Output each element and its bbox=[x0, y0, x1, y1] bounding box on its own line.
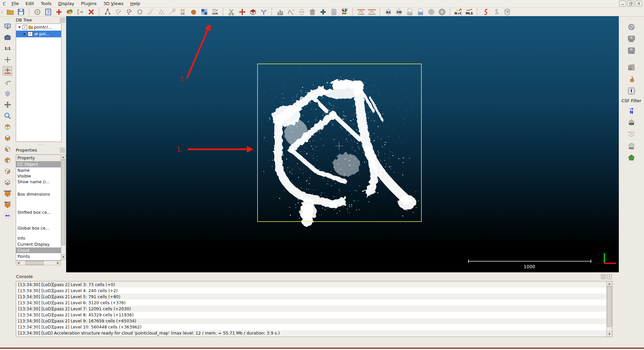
point-pair-align-icon[interactable] bbox=[125, 8, 133, 16]
export-csv-icon[interactable]: CSV bbox=[417, 8, 425, 16]
hpr-plugin-icon[interactable]: HPR bbox=[627, 118, 636, 127]
clipping-box-icon[interactable] bbox=[249, 8, 257, 16]
edl-filter-icon[interactable]: EDL bbox=[627, 34, 636, 43]
interpolate-colors-icon[interactable] bbox=[200, 8, 209, 16]
zoom-1-1-icon[interactable]: 1:1 bbox=[3, 44, 12, 53]
3d-viewport[interactable]: 1.2.1000 bbox=[66, 16, 619, 272]
property-row-info[interactable]: Info bbox=[16, 235, 61, 241]
open-file-icon[interactable] bbox=[6, 8, 14, 16]
view-top-icon[interactable] bbox=[3, 122, 12, 131]
visibility-checkbox[interactable]: ✓ bbox=[28, 32, 33, 36]
console-vertical-scrollbar[interactable]: ▲ ▼ bbox=[606, 281, 612, 337]
property-row-global-box-ce-[interactable]: Global box ce... bbox=[16, 221, 61, 235]
cross-section-scissors-icon[interactable] bbox=[228, 8, 236, 16]
menu-plugins[interactable]: Plugins bbox=[78, 1, 100, 6]
statistics-icon[interactable]: µ,σ bbox=[287, 8, 295, 16]
min-max-filter-icon[interactable]: minmax bbox=[298, 8, 306, 16]
add-scalar-field-icon[interactable] bbox=[319, 8, 327, 16]
view-iso-front-icon[interactable]: FRONT bbox=[3, 189, 12, 198]
apply-transformation-icon[interactable] bbox=[44, 8, 52, 16]
scroll-up-icon[interactable]: ▲ bbox=[607, 281, 612, 286]
cc-compare-icon[interactable]: CCCC bbox=[179, 8, 187, 16]
restore-button[interactable] bbox=[627, 1, 634, 6]
menu-tools[interactable]: Tools bbox=[37, 1, 55, 6]
scrollbar-thumb[interactable] bbox=[26, 261, 44, 265]
scroll-down-icon[interactable]: ▼ bbox=[607, 332, 612, 337]
properties-horizontal-scrollbar[interactable]: ◀ ▶ bbox=[16, 261, 61, 265]
property-row-points[interactable]: Points bbox=[16, 253, 61, 260]
m3c2-plugin-icon[interactable]: M3C2 bbox=[627, 130, 636, 139]
panel-splitter[interactable]: ······ bbox=[15, 143, 66, 146]
properties-float-button[interactable] bbox=[60, 148, 65, 153]
scroll-right-icon[interactable]: ▶ bbox=[56, 261, 60, 265]
spline-red-icon[interactable] bbox=[482, 8, 490, 16]
segment-icon[interactable] bbox=[136, 8, 144, 16]
clone-icon[interactable] bbox=[55, 8, 63, 16]
property-row-show-name-i-[interactable]: Show name (i... bbox=[16, 179, 61, 185]
translate-rotate-icon[interactable] bbox=[238, 8, 246, 16]
rotation-mode-icon[interactable] bbox=[3, 78, 12, 87]
no-filter-icon[interactable] bbox=[627, 23, 636, 31]
property-row-visible[interactable]: Visible bbox=[16, 173, 61, 179]
delete-icon[interactable] bbox=[87, 8, 95, 16]
toolbar-handle[interactable]: ⣿ bbox=[1, 11, 4, 13]
spline-points-icon[interactable] bbox=[493, 8, 501, 16]
screenshot-icon[interactable] bbox=[3, 33, 12, 42]
menu-display[interactable]: Display bbox=[55, 1, 78, 6]
mls-smoothing-icon[interactable]: MLS bbox=[465, 8, 473, 16]
point-list-picking-icon[interactable] bbox=[114, 8, 123, 16]
zoom-view-icon[interactable] bbox=[3, 111, 12, 120]
properties-vertical-scrollbar[interactable]: ▲ ▼ bbox=[61, 154, 66, 260]
scrollbar-thumb[interactable] bbox=[61, 160, 65, 245]
clean-broom-plugin-icon[interactable] bbox=[627, 75, 636, 83]
sphere-tool-icon[interactable] bbox=[427, 8, 435, 16]
cloud-sample-icon[interactable] bbox=[190, 8, 198, 16]
view-bottom-icon[interactable] bbox=[3, 178, 12, 187]
menu-file[interactable]: File bbox=[8, 1, 22, 6]
subsample-icon[interactable] bbox=[77, 8, 85, 16]
trace-polyline-icon[interactable] bbox=[260, 8, 268, 16]
scroll-down-icon[interactable]: ▼ bbox=[61, 255, 65, 260]
view-iso-back-icon[interactable]: BACK bbox=[3, 200, 12, 209]
console-float-button[interactable] bbox=[601, 274, 606, 279]
view-left-icon[interactable] bbox=[3, 145, 12, 153]
kd-tree-icon[interactable]: Kd bbox=[384, 8, 393, 16]
db-tree-float-button[interactable] bbox=[60, 18, 65, 23]
perspective-view-icon[interactable] bbox=[3, 89, 12, 98]
tree-item-pointcl[interactable]: ▼✓pointcl... bbox=[16, 24, 61, 31]
scatter-tool-3-icon[interactable] bbox=[168, 8, 176, 16]
scroll-left-icon[interactable]: ◀ bbox=[16, 261, 21, 265]
scrollbar-thumb[interactable] bbox=[607, 286, 612, 327]
view-back-icon[interactable] bbox=[3, 156, 12, 164]
scalar-fields-icon[interactable]: SF bbox=[341, 8, 349, 16]
minimize-button[interactable] bbox=[619, 1, 626, 6]
pick-rotation-center-icon[interactable] bbox=[3, 55, 12, 64]
delete-scalar-field-icon[interactable] bbox=[309, 8, 317, 16]
property-row-name[interactable]: Name bbox=[16, 167, 61, 173]
expander-icon[interactable]: ▼ bbox=[17, 26, 21, 29]
view-front-icon[interactable] bbox=[3, 133, 12, 142]
menu-edit[interactable]: Edit bbox=[22, 1, 37, 6]
sor-filter-icon[interactable]: SOR bbox=[211, 8, 219, 16]
pcv-plugin-icon[interactable]: PCV bbox=[627, 142, 636, 150]
pan-view-icon[interactable] bbox=[3, 100, 12, 109]
view-right-icon[interactable] bbox=[3, 167, 12, 176]
normals-plugin-icon[interactable]: N bbox=[627, 106, 636, 115]
visibility-checkbox[interactable]: ✓ bbox=[22, 25, 27, 30]
left-toolbar-handle[interactable]: ······ bbox=[3, 17, 11, 20]
animation-plugin-icon[interactable] bbox=[627, 63, 636, 72]
fast-marching-icon[interactable]: FM bbox=[395, 8, 403, 16]
expander-icon[interactable]: ▶ bbox=[23, 32, 27, 36]
normals-and-curvature-icon[interactable]: N+C bbox=[455, 8, 463, 16]
csf-filter-plugin-icon[interactable] bbox=[627, 86, 636, 95]
merge-clouds-icon[interactable] bbox=[66, 8, 74, 16]
global-shift-settings-icon[interactable] bbox=[34, 8, 42, 16]
facets-plugin-icon[interactable] bbox=[627, 153, 636, 162]
scroll-up-icon[interactable]: ▲ bbox=[61, 155, 65, 160]
close-button[interactable] bbox=[635, 1, 642, 6]
scatter-tool-1-icon[interactable] bbox=[147, 8, 155, 16]
property-row-box-dimensions[interactable]: Box dimensions bbox=[16, 185, 61, 204]
canupo-create-icon[interactable]: CANUPOCreate bbox=[357, 8, 365, 16]
save-file-icon[interactable] bbox=[17, 8, 25, 16]
ssao-filter-icon[interactable]: SSAO bbox=[627, 46, 636, 55]
